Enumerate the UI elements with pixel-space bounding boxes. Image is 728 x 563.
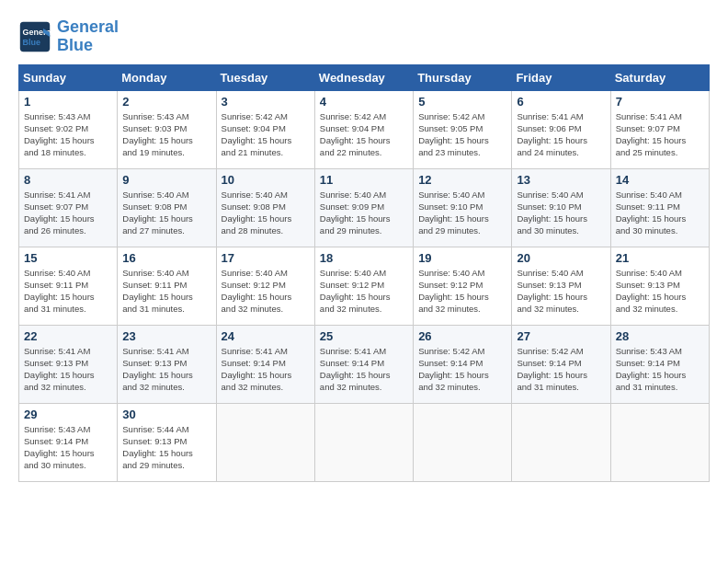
calendar-cell: 15Sunrise: 5:40 AMSunset: 9:11 PMDayligh… bbox=[19, 247, 118, 325]
day-info: Sunrise: 5:40 AMSunset: 9:13 PMDaylight:… bbox=[517, 267, 605, 316]
day-number: 29 bbox=[24, 408, 112, 421]
day-info: Sunrise: 5:42 AMSunset: 9:04 PMDaylight:… bbox=[222, 110, 310, 159]
col-header-thursday: Thursday bbox=[414, 64, 512, 90]
calendar-week-4: 22Sunrise: 5:41 AMSunset: 9:13 PMDayligh… bbox=[19, 325, 710, 403]
calendar-cell: 13Sunrise: 5:40 AMSunset: 9:10 PMDayligh… bbox=[512, 168, 610, 247]
day-info: Sunrise: 5:41 AMSunset: 9:14 PMDaylight:… bbox=[222, 345, 310, 394]
col-header-sunday: Sunday bbox=[19, 64, 118, 90]
day-number: 28 bbox=[616, 329, 704, 343]
calendar-cell: 5Sunrise: 5:42 AMSunset: 9:05 PMDaylight… bbox=[414, 90, 512, 168]
calendar-header: SundayMondayTuesdayWednesdayThursdayFrid… bbox=[19, 64, 710, 90]
day-number: 5 bbox=[418, 95, 506, 109]
day-number: 17 bbox=[222, 251, 310, 265]
day-number: 25 bbox=[320, 329, 408, 343]
day-info: Sunrise: 5:41 AMSunset: 9:07 PMDaylight:… bbox=[616, 110, 704, 159]
day-number: 18 bbox=[320, 251, 408, 265]
day-number: 3 bbox=[222, 95, 310, 109]
calendar-cell: 20Sunrise: 5:40 AMSunset: 9:13 PMDayligh… bbox=[512, 247, 610, 325]
calendar-cell: 27Sunrise: 5:42 AMSunset: 9:14 PMDayligh… bbox=[512, 325, 610, 403]
col-header-wednesday: Wednesday bbox=[314, 64, 413, 90]
day-number: 22 bbox=[24, 329, 112, 343]
day-info: Sunrise: 5:41 AMSunset: 9:13 PMDaylight:… bbox=[24, 345, 112, 394]
day-number: 24 bbox=[222, 329, 310, 343]
calendar-cell: 23Sunrise: 5:41 AMSunset: 9:13 PMDayligh… bbox=[118, 325, 216, 403]
calendar-cell: 7Sunrise: 5:41 AMSunset: 9:07 PMDaylight… bbox=[610, 90, 709, 168]
day-info: Sunrise: 5:40 AMSunset: 9:08 PMDaylight:… bbox=[122, 189, 210, 237]
header: General Blue GeneralBlue bbox=[18, 18, 710, 55]
calendar-table: SundayMondayTuesdayWednesdayThursdayFrid… bbox=[18, 64, 710, 482]
day-number: 8 bbox=[24, 173, 112, 187]
day-number: 20 bbox=[517, 251, 605, 265]
calendar-cell: 1Sunrise: 5:43 AMSunset: 9:02 PMDaylight… bbox=[19, 90, 118, 168]
calendar-cell: 30Sunrise: 5:44 AMSunset: 9:13 PMDayligh… bbox=[118, 403, 216, 481]
day-info: Sunrise: 5:41 AMSunset: 9:14 PMDaylight:… bbox=[320, 345, 408, 394]
calendar-week-3: 15Sunrise: 5:40 AMSunset: 9:11 PMDayligh… bbox=[19, 247, 710, 325]
day-number: 4 bbox=[320, 95, 408, 109]
day-number: 7 bbox=[616, 95, 704, 109]
day-info: Sunrise: 5:43 AMSunset: 9:14 PMDaylight:… bbox=[616, 345, 704, 394]
calendar-cell: 18Sunrise: 5:40 AMSunset: 9:12 PMDayligh… bbox=[314, 247, 413, 325]
calendar-cell: 14Sunrise: 5:40 AMSunset: 9:11 PMDayligh… bbox=[610, 168, 709, 247]
calendar-cell: 6Sunrise: 5:41 AMSunset: 9:06 PMDaylight… bbox=[512, 90, 610, 168]
calendar-cell: 19Sunrise: 5:40 AMSunset: 9:12 PMDayligh… bbox=[414, 247, 512, 325]
calendar-cell: 12Sunrise: 5:40 AMSunset: 9:10 PMDayligh… bbox=[414, 168, 512, 247]
day-info: Sunrise: 5:40 AMSunset: 9:12 PMDaylight:… bbox=[222, 267, 310, 316]
calendar-cell: 22Sunrise: 5:41 AMSunset: 9:13 PMDayligh… bbox=[19, 325, 118, 403]
day-number: 23 bbox=[122, 329, 210, 343]
day-info: Sunrise: 5:40 AMSunset: 9:09 PMDaylight:… bbox=[320, 189, 408, 237]
col-header-monday: Monday bbox=[118, 64, 216, 90]
day-number: 9 bbox=[122, 173, 210, 187]
calendar-cell: 24Sunrise: 5:41 AMSunset: 9:14 PMDayligh… bbox=[216, 325, 314, 403]
day-number: 30 bbox=[122, 408, 210, 421]
day-info: Sunrise: 5:41 AMSunset: 9:06 PMDaylight:… bbox=[517, 110, 605, 159]
calendar-cell: 4Sunrise: 5:42 AMSunset: 9:04 PMDaylight… bbox=[314, 90, 413, 168]
day-number: 2 bbox=[122, 95, 210, 109]
logo-text: GeneralBlue bbox=[57, 18, 119, 55]
day-number: 16 bbox=[122, 251, 210, 265]
day-number: 12 bbox=[418, 173, 506, 187]
col-header-tuesday: Tuesday bbox=[216, 64, 314, 90]
day-info: Sunrise: 5:40 AMSunset: 9:10 PMDaylight:… bbox=[517, 189, 605, 237]
day-info: Sunrise: 5:40 AMSunset: 9:11 PMDaylight:… bbox=[24, 267, 112, 316]
calendar-cell: 29Sunrise: 5:43 AMSunset: 9:14 PMDayligh… bbox=[19, 403, 118, 481]
logo-icon: General Blue bbox=[18, 20, 51, 53]
calendar-cell: 16Sunrise: 5:40 AMSunset: 9:11 PMDayligh… bbox=[118, 247, 216, 325]
day-info: Sunrise: 5:42 AMSunset: 9:05 PMDaylight:… bbox=[418, 110, 506, 159]
calendar-cell bbox=[610, 403, 709, 481]
col-header-saturday: Saturday bbox=[610, 64, 709, 90]
day-number: 11 bbox=[320, 173, 408, 187]
calendar-cell: 11Sunrise: 5:40 AMSunset: 9:09 PMDayligh… bbox=[314, 168, 413, 247]
calendar-cell: 28Sunrise: 5:43 AMSunset: 9:14 PMDayligh… bbox=[610, 325, 709, 403]
day-number: 1 bbox=[24, 95, 112, 109]
day-info: Sunrise: 5:42 AMSunset: 9:14 PMDaylight:… bbox=[517, 345, 605, 394]
day-number: 6 bbox=[517, 95, 605, 109]
day-info: Sunrise: 5:42 AMSunset: 9:14 PMDaylight:… bbox=[418, 345, 506, 394]
logo: General Blue GeneralBlue bbox=[18, 18, 119, 55]
day-info: Sunrise: 5:42 AMSunset: 9:04 PMDaylight:… bbox=[320, 110, 408, 159]
col-header-friday: Friday bbox=[512, 64, 610, 90]
day-number: 13 bbox=[517, 173, 605, 187]
calendar-cell: 17Sunrise: 5:40 AMSunset: 9:12 PMDayligh… bbox=[216, 247, 314, 325]
day-info: Sunrise: 5:43 AMSunset: 9:02 PMDaylight:… bbox=[24, 110, 112, 159]
calendar-cell: 25Sunrise: 5:41 AMSunset: 9:14 PMDayligh… bbox=[314, 325, 413, 403]
calendar-week-2: 8Sunrise: 5:41 AMSunset: 9:07 PMDaylight… bbox=[19, 168, 710, 247]
day-info: Sunrise: 5:40 AMSunset: 9:12 PMDaylight:… bbox=[320, 267, 408, 316]
calendar-cell bbox=[314, 403, 413, 481]
day-info: Sunrise: 5:40 AMSunset: 9:12 PMDaylight:… bbox=[418, 267, 506, 316]
calendar-week-5: 29Sunrise: 5:43 AMSunset: 9:14 PMDayligh… bbox=[19, 403, 710, 481]
calendar-cell: 3Sunrise: 5:42 AMSunset: 9:04 PMDaylight… bbox=[216, 90, 314, 168]
day-info: Sunrise: 5:40 AMSunset: 9:10 PMDaylight:… bbox=[418, 189, 506, 237]
calendar-week-1: 1Sunrise: 5:43 AMSunset: 9:02 PMDaylight… bbox=[19, 90, 710, 168]
day-info: Sunrise: 5:41 AMSunset: 9:07 PMDaylight:… bbox=[24, 189, 112, 237]
day-number: 14 bbox=[616, 173, 704, 187]
day-info: Sunrise: 5:43 AMSunset: 9:03 PMDaylight:… bbox=[122, 110, 210, 159]
day-info: Sunrise: 5:40 AMSunset: 9:11 PMDaylight:… bbox=[616, 189, 704, 237]
calendar-cell: 2Sunrise: 5:43 AMSunset: 9:03 PMDaylight… bbox=[118, 90, 216, 168]
calendar-cell: 10Sunrise: 5:40 AMSunset: 9:08 PMDayligh… bbox=[216, 168, 314, 247]
day-number: 10 bbox=[222, 173, 310, 187]
day-number: 19 bbox=[418, 251, 506, 265]
calendar-cell: 9Sunrise: 5:40 AMSunset: 9:08 PMDaylight… bbox=[118, 168, 216, 247]
calendar-cell bbox=[216, 403, 314, 481]
calendar-cell: 8Sunrise: 5:41 AMSunset: 9:07 PMDaylight… bbox=[19, 168, 118, 247]
day-info: Sunrise: 5:40 AMSunset: 9:11 PMDaylight:… bbox=[122, 267, 210, 316]
